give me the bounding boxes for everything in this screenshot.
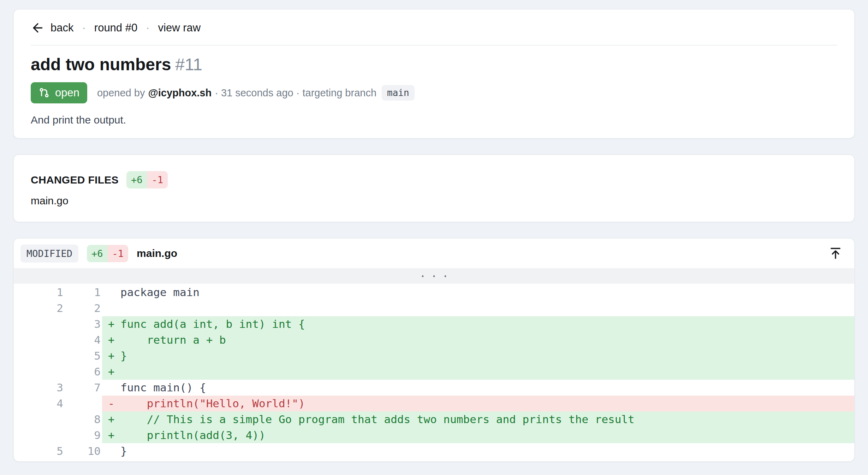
diff-sign: + bbox=[102, 332, 120, 348]
diff-sign: + bbox=[102, 316, 120, 332]
old-line-number: 1 bbox=[14, 284, 63, 300]
diff-row: 22 bbox=[14, 300, 854, 316]
diff-row: 510} bbox=[14, 443, 854, 459]
pull-meta: opened by @icyphox.sh · 31 seconds ago ·… bbox=[97, 85, 415, 101]
back-button[interactable]: back bbox=[31, 21, 73, 35]
pull-request-title: add two numbers bbox=[31, 55, 171, 74]
pull-description: And print the output. bbox=[31, 113, 837, 127]
new-line-number bbox=[63, 396, 101, 411]
collapse-to-top-button[interactable] bbox=[827, 245, 844, 262]
file-status-pill: MODIFIED bbox=[20, 245, 78, 263]
diff-row: 4+ return a + b bbox=[14, 332, 854, 348]
diff-line-body: +} bbox=[102, 348, 854, 364]
diff-sign: + bbox=[102, 411, 120, 427]
diff-sign bbox=[102, 284, 120, 300]
target-branch-pill[interactable]: main bbox=[382, 85, 415, 101]
new-line-number: 10 bbox=[63, 443, 101, 459]
status-label: open bbox=[55, 86, 79, 99]
status-row: open opened by @icyphox.sh · 31 seconds … bbox=[31, 82, 837, 103]
diff-sign: - bbox=[102, 396, 120, 411]
diff-line-body: + // This is a simple Go program that ad… bbox=[102, 411, 854, 427]
old-line-number bbox=[14, 411, 63, 427]
back-label: back bbox=[50, 22, 73, 34]
diff-row: 37func main() { bbox=[14, 380, 854, 396]
diff-row: 6+ bbox=[14, 364, 854, 380]
new-line-number: 3 bbox=[63, 316, 101, 332]
collapse-up-icon bbox=[828, 246, 843, 261]
arrow-left-icon bbox=[31, 21, 45, 35]
diff-code bbox=[120, 300, 854, 316]
diff-code: println("Hello, World!") bbox=[120, 396, 854, 411]
diff-code: return a + b bbox=[120, 332, 854, 348]
old-line-number: 3 bbox=[14, 380, 63, 396]
deletions-count: -1 bbox=[147, 171, 168, 188]
changed-files-heading-row: CHANGED FILES +6 -1 bbox=[31, 171, 837, 188]
old-line-number bbox=[14, 332, 63, 348]
diff-line-body: + println(add(3, 4)) bbox=[102, 427, 854, 443]
diff-code: } bbox=[120, 443, 854, 459]
additions-count: +6 bbox=[87, 245, 108, 262]
diff-sign: + bbox=[102, 364, 120, 380]
diff-sign: + bbox=[102, 348, 120, 364]
diff-code: func main() { bbox=[120, 380, 854, 396]
diff-sign bbox=[102, 443, 120, 459]
diff-code: package main bbox=[120, 284, 854, 300]
diff-line-body: +func add(a int, b int) int { bbox=[102, 316, 854, 332]
diff-row: 3+func add(a int, b int) int { bbox=[14, 316, 854, 332]
new-line-number: 9 bbox=[63, 427, 101, 443]
view-raw-link[interactable]: view raw bbox=[158, 22, 201, 34]
diff-card: MODIFIED +6 -1 main.go ··· 11package mai… bbox=[13, 238, 855, 462]
nav-separator: · bbox=[146, 22, 149, 34]
diff-header: MODIFIED +6 -1 main.go bbox=[14, 239, 854, 268]
diff-row: 11package main bbox=[14, 284, 854, 300]
old-line-number bbox=[14, 364, 63, 380]
new-line-number: 7 bbox=[63, 380, 101, 396]
diff-row: 8+ // This is a simple Go program that a… bbox=[14, 411, 854, 427]
pull-request-card: back · round #0 · view raw add two numbe… bbox=[13, 9, 855, 139]
diff-code: // This is a simple Go program that adds… bbox=[120, 411, 854, 427]
new-line-number: 5 bbox=[63, 348, 101, 364]
diff-row: 4- println("Hello, World!") bbox=[14, 396, 854, 411]
diff-sign bbox=[102, 380, 120, 396]
new-line-number: 4 bbox=[63, 332, 101, 348]
diff-code: func add(a int, b int) int { bbox=[120, 316, 854, 332]
changed-files-heading: CHANGED FILES bbox=[31, 174, 119, 186]
diff-line-body: - println("Hello, World!") bbox=[102, 396, 854, 411]
status-badge: open bbox=[31, 82, 87, 103]
diff-stat-pill: +6 -1 bbox=[126, 171, 168, 188]
meta-text: · 31 seconds ago · targeting branch bbox=[215, 87, 376, 99]
diff-filename: main.go bbox=[137, 247, 177, 259]
top-nav: back · round #0 · view raw bbox=[31, 20, 837, 36]
new-line-number: 2 bbox=[63, 300, 101, 316]
round-link[interactable]: round #0 bbox=[94, 22, 137, 34]
diff-line-body: } bbox=[102, 443, 854, 459]
author-link[interactable]: @icyphox.sh bbox=[148, 87, 212, 99]
new-line-number: 6 bbox=[63, 364, 101, 380]
old-line-number: 4 bbox=[14, 396, 63, 411]
diff-line-body bbox=[102, 300, 854, 316]
opened-by-text: opened by bbox=[97, 87, 145, 99]
additions-count: +6 bbox=[126, 171, 147, 188]
diff-line-body: + return a + b bbox=[102, 332, 854, 348]
diff-rows: 11package main223+func add(a int, b int)… bbox=[14, 284, 854, 459]
changed-file-link[interactable]: main.go bbox=[31, 195, 837, 207]
diff-row: 5+} bbox=[14, 348, 854, 364]
diff-line-body: func main() { bbox=[102, 380, 854, 396]
new-line-number: 8 bbox=[63, 411, 101, 427]
deletions-count: -1 bbox=[108, 245, 129, 262]
old-line-number bbox=[14, 427, 63, 443]
pull-request-number: #11 bbox=[175, 55, 202, 74]
nav-separator: · bbox=[82, 22, 85, 34]
new-line-number: 1 bbox=[63, 284, 101, 300]
expand-context-row[interactable]: ··· bbox=[14, 268, 854, 284]
page-title: add two numbers#11 bbox=[31, 55, 837, 74]
old-line-number bbox=[14, 348, 63, 364]
old-line-number: 5 bbox=[14, 443, 63, 459]
old-line-number: 2 bbox=[14, 300, 63, 316]
changed-files-list: main.go bbox=[31, 195, 837, 207]
diff-code bbox=[120, 364, 854, 380]
diff-row: 9+ println(add(3, 4)) bbox=[14, 427, 854, 443]
header-divider bbox=[31, 45, 837, 46]
diff-stat-pill: +6 -1 bbox=[87, 245, 128, 262]
changed-files-card: CHANGED FILES +6 -1 main.go bbox=[13, 154, 855, 222]
